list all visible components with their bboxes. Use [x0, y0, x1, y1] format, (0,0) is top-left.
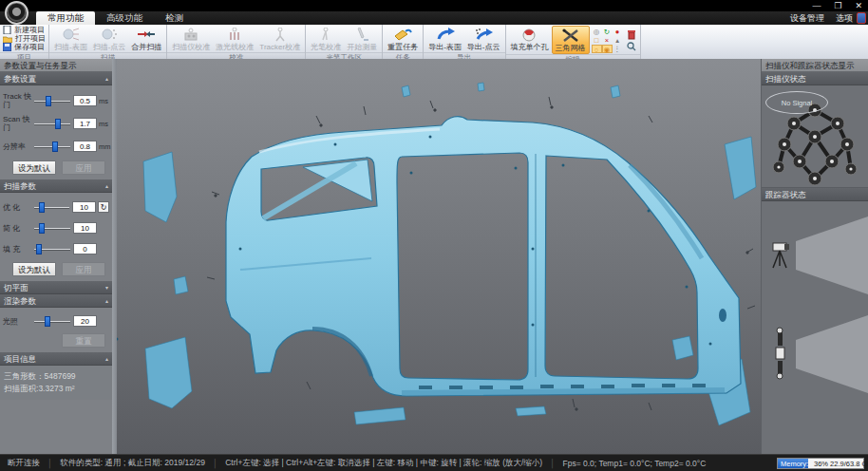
slider-thumb[interactable]: [39, 223, 45, 234]
simplify-value[interactable]: 10: [73, 222, 97, 234]
apply-button[interactable]: 应用: [62, 160, 105, 175]
tab-common-functions[interactable]: 常用功能: [36, 11, 95, 25]
lighting-slider[interactable]: [34, 315, 70, 327]
section-header-tracker-status[interactable]: 跟踪器状态: [762, 188, 868, 201]
section-header-scan-params[interactable]: 扫描参数 ▴: [0, 179, 112, 193]
minimize-button[interactable]: —: [812, 0, 821, 11]
section-header-project-info[interactable]: 项目信息 ▴: [0, 352, 112, 366]
slider-thumb[interactable]: [36, 244, 42, 254]
ribbon-group-task: 重置任务 任务: [383, 25, 424, 59]
rect-select-icon[interactable]: □: [592, 36, 602, 45]
tracker-calibration-button[interactable]: Tracker校准: [256, 26, 303, 52]
trash-icon[interactable]: [627, 29, 636, 40]
lighting-value[interactable]: 20: [73, 315, 97, 327]
track-shutter-slider[interactable]: [34, 95, 70, 106]
section-header-render-params[interactable]: 渲染参数 ▴: [0, 294, 112, 308]
set-default-button[interactable]: 设为默认: [12, 160, 56, 175]
slider-thumb[interactable]: [46, 96, 51, 106]
slider-thumb[interactable]: [52, 141, 58, 152]
performance-readout: Fps= 0.0; Temp1= 0.0°C; Temp2= 0.0°C: [556, 459, 714, 468]
fill-slider[interactable]: [34, 243, 70, 254]
refresh-spinner-icon[interactable]: ↻: [98, 201, 109, 213]
maximize-button[interactable]: ❐: [834, 0, 841, 11]
fov-cone: [796, 217, 868, 294]
export-pointcloud-button[interactable]: 导出-点云: [464, 26, 503, 52]
ribbon-group-scan: 扫描-表面 扫描-点云 合并扫描 扫描: [49, 25, 167, 59]
scanner-calibration-icon: [181, 27, 200, 42]
scan-shutter-value[interactable]: 1.7: [73, 118, 97, 129]
fill-single-hole-button[interactable]: 填充单个孔: [508, 26, 552, 54]
reset-task-button[interactable]: 重置任务: [385, 26, 421, 52]
scanner-calibration-button[interactable]: 扫描仪校准: [169, 26, 213, 52]
refresh-icon[interactable]: ↻: [602, 28, 613, 36]
memory-value: 36% 22.9/63.8 Gb: [814, 459, 868, 469]
collapse-arrow-icon: ▴: [105, 179, 108, 193]
tab-inspection[interactable]: 检测: [154, 11, 195, 25]
section-header-parameters[interactable]: 参数设置 ▴: [0, 72, 112, 85]
save-project-button[interactable]: 保存项目: [3, 43, 46, 51]
button-label: 导出-点云: [467, 42, 500, 52]
tab-advanced-functions[interactable]: 高级功能: [95, 11, 154, 25]
export-surface-button[interactable]: 导出-表面: [425, 26, 464, 52]
section-title: 参数设置: [4, 72, 36, 85]
memory-usage-bar: Memory: 36% 22.9/63.8 Gb: [777, 458, 864, 469]
slider-label: 分辨率: [3, 142, 31, 151]
apply-button[interactable]: 应用: [62, 262, 105, 276]
collapse-arrow-icon: ▴: [105, 352, 108, 366]
lasso-select-icon[interactable]: ○: [592, 45, 602, 53]
project-info-body: 三角形数：5487699 扫描面积:3.3273 m²: [0, 366, 112, 400]
visibility-icon[interactable]: ◎: [592, 28, 602, 36]
ribbon: 新建项目 打开项目 保存项目 项目 扫描-表面 扫描-点云: [0, 25, 868, 59]
car-frame-surface[interactable]: [226, 117, 741, 396]
tracker-fov-top-view: [762, 311, 868, 399]
menu-device-management[interactable]: 设备管理: [790, 12, 824, 25]
section-title: 渲染参数: [4, 294, 36, 308]
vertex-icon[interactable]: ▴: [613, 36, 623, 45]
slider-thumb[interactable]: [39, 202, 45, 213]
menu-options[interactable]: 选项: [836, 12, 853, 25]
merge-scan-button[interactable]: 合并扫描: [128, 26, 164, 52]
scan-params-section-body: 优 化 10 ↻ 简 化 10 填 充 0 设为默认 应用: [0, 193, 112, 281]
viewport-3d[interactable]: [117, 59, 761, 454]
slider-thumb[interactable]: [45, 316, 50, 327]
simplify-slider[interactable]: [34, 222, 70, 234]
section-header-clip-plane[interactable]: 切平面 ▾: [0, 281, 112, 294]
collapse-arrow-icon: ▴: [105, 294, 108, 308]
button-label: 扫描仪校准: [172, 42, 210, 52]
close-button[interactable]: ✕: [855, 0, 862, 11]
magnifier-icon[interactable]: [627, 42, 636, 51]
optimize-slider[interactable]: [34, 201, 69, 213]
scan-shutter-slider[interactable]: [34, 118, 70, 129]
start-measure-button[interactable]: 开始测量: [344, 26, 380, 52]
resolution-slider[interactable]: [34, 141, 70, 152]
slider-label: 优 化: [3, 203, 31, 212]
info-label: 三角形数：: [4, 371, 45, 381]
tracker-top-icon: [776, 328, 784, 379]
slider-thumb[interactable]: [55, 119, 61, 129]
scan-surface-button[interactable]: 扫描-表面: [51, 26, 90, 52]
button-label: 合并扫描: [131, 42, 161, 52]
scanner-preview: No Signal: [762, 85, 868, 188]
stylus-calibration-button[interactable]: 光笔校准: [308, 26, 344, 52]
scan-pointcloud-button[interactable]: 扫描-点云: [90, 26, 129, 52]
more-icon[interactable]: ⋮: [613, 45, 623, 53]
mesh-edit-tools-icon: [561, 28, 580, 43]
sphere-icon[interactable]: ●: [613, 28, 623, 36]
track-shutter-value[interactable]: 0.5: [73, 95, 97, 106]
delete-cross-icon[interactable]: ×: [602, 36, 613, 45]
circle-select-icon[interactable]: ◉: [602, 45, 613, 53]
optimize-value[interactable]: 10: [72, 201, 96, 213]
laser-calibration-button[interactable]: 激光线校准: [213, 26, 256, 52]
fill-value[interactable]: 0: [73, 243, 97, 254]
user-icon[interactable]: [857, 12, 866, 24]
resolution-value[interactable]: 0.8: [73, 141, 97, 152]
merge-scan-icon: [136, 27, 157, 42]
status-bar: 断开连接 │ 软件的类型: 通用 ; 截止日期: 2019/12/29 │ Ct…: [0, 454, 868, 471]
app-logo[interactable]: [5, 1, 28, 25]
triangle-mesh-edit-button[interactable]: 三角网格: [552, 26, 590, 54]
section-header-scanner-status[interactable]: 扫描仪状态: [762, 72, 868, 85]
reset-button[interactable]: 重置: [62, 333, 105, 348]
button-label: 激光线校准: [216, 42, 254, 52]
set-default-button[interactable]: 设为默认: [12, 262, 56, 276]
fov-cone: [796, 315, 868, 393]
